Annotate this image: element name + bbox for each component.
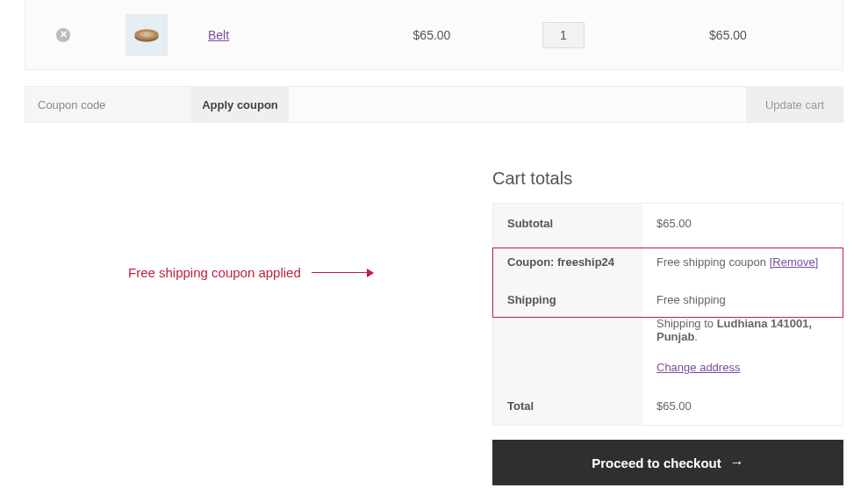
shipping-destination: Shipping to Ludhiana 141001, Punjab. bbox=[656, 317, 829, 343]
thumbnail-cell bbox=[85, 14, 208, 56]
remove-cell: ✕ bbox=[41, 28, 85, 42]
product-thumbnail[interactable] bbox=[126, 14, 168, 56]
annotation-arrow bbox=[312, 272, 373, 273]
cart-totals-title: Cart totals bbox=[492, 169, 843, 189]
coupon-value: Free shipping coupon [Remove] bbox=[642, 243, 843, 281]
shipping-row: Shipping Free shipping Shipping to Ludhi… bbox=[493, 281, 843, 386]
proceed-checkout-button[interactable]: Proceed to checkout → bbox=[492, 440, 843, 485]
shipping-to-prefix: Shipping to bbox=[656, 317, 717, 330]
totals-table: Subtotal $65.00 Coupon: freeship24 Free … bbox=[492, 203, 843, 426]
total-label: Total bbox=[493, 386, 642, 425]
coupon-label: Coupon: freeship24 bbox=[493, 242, 642, 281]
apply-coupon-button[interactable]: Apply coupon bbox=[192, 87, 289, 122]
coupon-desc: Free shipping coupon bbox=[656, 255, 770, 269]
line-subtotal-cell: $65.00 bbox=[629, 28, 827, 42]
cart-item-row: ✕ Belt $65.00 $65.00 bbox=[25, 0, 843, 70]
shipping-to-suffix: . bbox=[694, 330, 698, 343]
product-name-cell: Belt bbox=[208, 27, 366, 43]
shipping-method: Free shipping bbox=[656, 293, 829, 306]
svg-rect-3 bbox=[144, 32, 150, 36]
shipping-value-cell: Free shipping Shipping to Ludhiana 14100… bbox=[642, 281, 843, 386]
change-address-link[interactable]: Change address bbox=[656, 361, 740, 374]
subtotal-value: $65.00 bbox=[642, 205, 843, 242]
annotation-callout: Free shipping coupon applied bbox=[128, 265, 373, 280]
coupon-bar: Apply coupon Update cart bbox=[25, 86, 843, 123]
subtotal-label: Subtotal bbox=[493, 204, 642, 242]
subtotal-row: Subtotal $65.00 bbox=[493, 204, 843, 242]
remove-item-icon[interactable]: ✕ bbox=[56, 28, 70, 42]
quantity-input[interactable] bbox=[542, 22, 585, 48]
price-cell: $65.00 bbox=[366, 28, 498, 42]
shipping-label: Shipping bbox=[493, 281, 642, 386]
annotation-text: Free shipping coupon applied bbox=[128, 265, 301, 280]
coupon-row: Coupon: freeship24 Free shipping coupon … bbox=[493, 242, 843, 281]
cart-totals: Cart totals Subtotal $65.00 Coupon: free… bbox=[492, 169, 843, 485]
coupon-input[interactable] bbox=[25, 87, 192, 122]
update-cart-button[interactable]: Update cart bbox=[746, 87, 843, 122]
total-row: Total $65.00 bbox=[493, 386, 843, 425]
arrow-right-icon: → bbox=[730, 455, 744, 470]
quantity-cell bbox=[498, 22, 629, 48]
belt-icon bbox=[132, 25, 161, 46]
spacer bbox=[289, 87, 746, 122]
total-value: $65.00 bbox=[642, 387, 843, 425]
product-link[interactable]: Belt bbox=[208, 28, 229, 42]
checkout-label: Proceed to checkout bbox=[592, 456, 721, 470]
remove-coupon-link[interactable]: [Remove] bbox=[770, 255, 819, 269]
